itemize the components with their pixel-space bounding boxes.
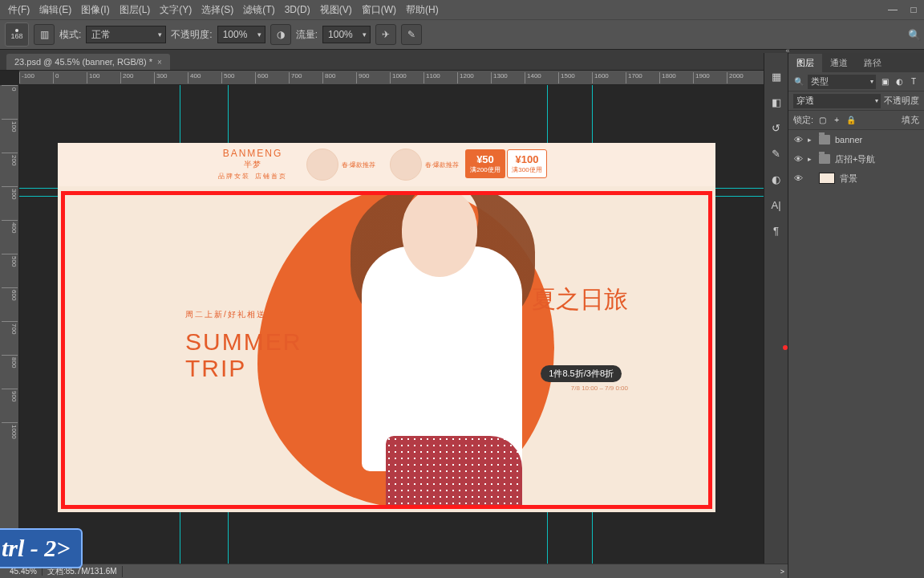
coupon-amount: ¥50 [476, 153, 494, 165]
thumb-caption: 春·爆款推荐 [425, 161, 459, 169]
search-icon[interactable]: 🔍 [908, 29, 921, 42]
brand-cn: 半梦 [218, 159, 287, 170]
pressure-opacity-icon[interactable]: ◑ [270, 24, 291, 45]
lock-label: 锁定: [793, 114, 813, 126]
panel-collapse-grip-icon[interactable] [780, 47, 796, 53]
visibility-toggle-icon[interactable]: 👁 [793, 135, 803, 144]
artboard: BANMENG 半梦 品牌女装 店铺首页 春·爆款推荐 春·爆款推荐 ¥50 满… [58, 143, 715, 512]
brush-preset-picker[interactable]: 168 [5, 22, 29, 47]
tab-paths[interactable]: 路径 [856, 54, 890, 72]
mode-label: 模式: [59, 28, 81, 42]
opacity-label: 不透明度: [171, 28, 212, 42]
pressure-size-icon[interactable]: ✎ [401, 24, 422, 45]
layer-filter-row: 🔍 类型 ▣ ◐ T [788, 72, 924, 92]
properties-icon[interactable]: ▦ [769, 69, 784, 83]
coupon-amount: ¥100 [516, 153, 539, 165]
layer-name[interactable]: 店招+导航 [835, 153, 875, 165]
visibility-toggle-icon[interactable]: 👁 [793, 154, 803, 164]
hero-title-line1: SUMMER [185, 328, 302, 355]
opacity-value: 100% [223, 29, 248, 40]
tab-layers[interactable]: 图层 [788, 54, 822, 72]
model-head [402, 191, 477, 277]
canvas[interactable]: BANMENG 半梦 品牌女装 店铺首页 春·爆款推荐 春·爆款推荐 ¥50 满… [19, 85, 788, 564]
flow-dropdown[interactable]: 100% [322, 26, 371, 43]
product-thumb [306, 149, 338, 181]
lock-pixels-icon[interactable]: ▢ [817, 115, 828, 126]
blend-mode-dropdown[interactable]: 正常 [86, 26, 166, 43]
coupon-tag: ¥50 满200使用 [465, 149, 505, 178]
brush-size-value: 168 [10, 32, 22, 40]
minimize-button[interactable]: — [882, 0, 903, 19]
fill-label: 填充 [902, 114, 919, 126]
layer-blend-dropdown[interactable]: 穿透 [793, 94, 881, 108]
filter-pixel-icon[interactable]: ▣ [879, 76, 890, 88]
brush-panel-toggle-icon[interactable]: ▥ [34, 24, 55, 45]
lock-all-icon[interactable]: 🔒 [845, 115, 857, 126]
filter-search-icon[interactable]: 🔍 [793, 76, 804, 88]
paragraph-icon[interactable]: ¶ [769, 223, 784, 238]
airbrush-icon[interactable]: ✈ [375, 24, 396, 45]
document-tab[interactable]: 23.psd @ 45.5% (banner, RGB/8) * × [6, 54, 170, 70]
lock-position-icon[interactable]: + [831, 115, 842, 126]
menu-view[interactable]: 视图(V) [315, 3, 357, 17]
layer-thumb [819, 173, 835, 184]
maximize-button[interactable]: □ [903, 0, 924, 19]
hero-title-en: SUMMER TRIP [185, 328, 302, 381]
status-scroll-right-icon[interactable]: > [780, 568, 784, 576]
blend-mode-value: 正常 [91, 28, 111, 42]
layer-row[interactable]: 👁 ▸ 店招+导航 [788, 149, 924, 169]
menu-window[interactable]: 窗口(W) [357, 3, 401, 17]
ruler-vertical[interactable]: 01002003004005006007008009001000 [0, 85, 19, 564]
filter-kind-dropdown[interactable]: 类型 [808, 75, 876, 89]
disclosure-icon[interactable]: ▸ [808, 155, 814, 163]
filter-adjust-icon[interactable]: ◐ [894, 76, 905, 88]
workspace: -100010020030040050060070080090010001100… [0, 71, 788, 564]
menu-select[interactable]: 选择(S) [197, 3, 238, 17]
flow-value: 100% [328, 29, 353, 40]
menu-help[interactable]: 帮助(H) [401, 3, 444, 17]
disclosure-icon[interactable]: ▸ [808, 136, 814, 144]
layer-row[interactable]: 👁 ▸ banner [788, 130, 924, 149]
lock-fill-row: 锁定: ▢ + 🔒 填充 [788, 111, 924, 130]
brand-sub-2: 店铺首页 [255, 172, 287, 181]
filter-type-icon[interactable]: T [908, 76, 919, 88]
coupon-condition: 满200使用 [470, 165, 500, 174]
shop-header: BANMENG 半梦 品牌女装 店铺首页 春·爆款推荐 春·爆款推荐 ¥50 满… [58, 143, 715, 186]
menu-layer[interactable]: 图层(L) [115, 3, 156, 17]
product-thumb [390, 149, 422, 181]
cn-col1: 夏之 [532, 287, 580, 312]
menu-filter[interactable]: 滤镜(T) [238, 3, 279, 17]
menu-edit[interactable]: 编辑(E) [34, 3, 76, 17]
collapsed-panel-rail: ▦ ◧ ↺ ✎ ◐ A| ¶ [764, 53, 788, 578]
model-skirt [386, 436, 522, 509]
menu-3d[interactable]: 3D(D) [280, 4, 315, 15]
cn-col2: 日旅 [580, 287, 628, 312]
character-icon[interactable]: A| [769, 197, 784, 212]
visibility-toggle-icon[interactable]: 👁 [793, 173, 803, 183]
brand-en: BANMENG [218, 148, 287, 159]
ruler-horizontal[interactable]: -100010020030040050060070080090010001100… [19, 71, 788, 85]
menu-bar: 件(F) 编辑(E) 图像(I) 图层(L) 文字(Y) 选择(S) 滤镜(T)… [0, 0, 924, 19]
window-controls: — □ [882, 0, 924, 19]
opacity-dropdown[interactable]: 100% [217, 26, 265, 43]
adjustments-icon[interactable]: ◐ [769, 172, 784, 186]
hero-smallcopy: 周二上新/好礼相送 [185, 309, 266, 320]
promo-times: 7/8 10:00 – 7/9 0:00 [571, 385, 628, 392]
panel-tabs: 图层 通道 路径 [788, 53, 924, 72]
menu-image[interactable]: 图像(I) [76, 3, 114, 17]
tab-channels[interactable]: 通道 [822, 54, 856, 72]
hero-banner-selected: 周二上新/好礼相送 SUMMER TRIP 夏之 日旅 1件8.5折 [61, 191, 712, 509]
menu-file[interactable]: 件(F) [3, 3, 34, 17]
close-tab-icon[interactable]: × [157, 58, 162, 67]
layers-panel: 图层 通道 路径 🔍 类型 ▣ ◐ T 穿透 不透明度 锁定: ▢ + 🔒 填充… [788, 53, 924, 578]
brand-sub-1: 品牌女装 [218, 172, 250, 181]
layer-row[interactable]: 👁 · 背景 [788, 169, 924, 188]
folder-icon [819, 135, 830, 144]
swatches-icon[interactable]: ◧ [769, 95, 784, 109]
brush-icon[interactable]: ✎ [769, 146, 784, 161]
history-icon[interactable]: ↺ [769, 120, 784, 135]
layer-name[interactable]: banner [835, 135, 862, 144]
menu-type[interactable]: 文字(Y) [155, 3, 197, 17]
layer-name[interactable]: 背景 [840, 173, 857, 185]
blend-opacity-row: 穿透 不透明度 [788, 92, 924, 111]
